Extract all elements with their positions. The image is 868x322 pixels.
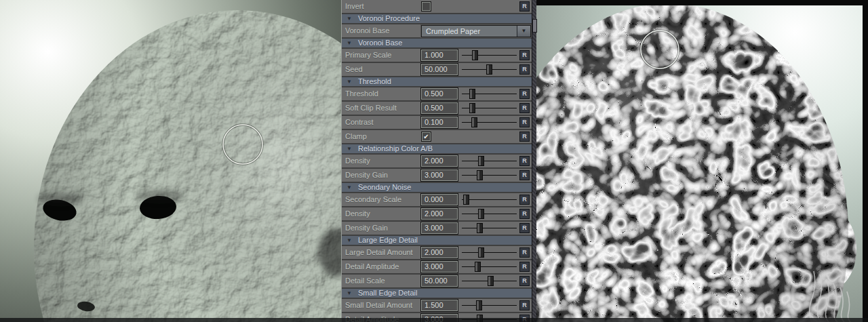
window-bottom-edge bbox=[0, 318, 868, 322]
slider-handle[interactable] bbox=[486, 64, 492, 75]
row-density-gain-b: Density Gain 3.000 R bbox=[342, 222, 532, 235]
reset-button[interactable]: R bbox=[519, 209, 530, 219]
value-field[interactable]: 1.000 bbox=[421, 49, 458, 61]
invert-checkbox[interactable] bbox=[422, 2, 431, 11]
section-small-edge-detail[interactable]: Small Edge Detail bbox=[342, 289, 532, 298]
param-label: Density bbox=[345, 155, 370, 167]
value-field[interactable]: 2.000 bbox=[421, 247, 458, 258]
value-field[interactable]: 50.000 bbox=[421, 275, 458, 287]
row-invert: Invert R bbox=[342, 0, 532, 13]
slider-track[interactable] bbox=[462, 103, 517, 113]
slider-handle[interactable] bbox=[463, 195, 469, 205]
param-label: Contrast bbox=[345, 116, 374, 129]
reset-button[interactable]: R bbox=[519, 103, 530, 113]
section-relationship-color-ab[interactable]: Relationship Color A/B bbox=[342, 144, 532, 153]
value-field[interactable]: 3.000 bbox=[421, 169, 458, 181]
section-collapse-icon bbox=[347, 14, 352, 23]
viewport-right-border bbox=[863, 0, 868, 322]
reset-button[interactable]: R bbox=[519, 132, 530, 142]
slider-track[interactable] bbox=[462, 117, 517, 127]
slider-track[interactable] bbox=[462, 64, 517, 75]
slider-track[interactable] bbox=[462, 209, 517, 219]
row-clamp: Clamp R bbox=[342, 130, 532, 143]
panel-scrollbar[interactable] bbox=[532, 0, 536, 322]
reset-button[interactable]: R bbox=[519, 247, 530, 258]
slider-handle[interactable] bbox=[472, 50, 478, 60]
value-field[interactable]: 0.500 bbox=[421, 88, 458, 100]
slider-handle[interactable] bbox=[488, 276, 494, 286]
slider-handle[interactable] bbox=[477, 223, 483, 233]
slider-handle[interactable] bbox=[469, 89, 475, 99]
slider-track[interactable] bbox=[462, 50, 517, 60]
texture-preview-viewport[interactable] bbox=[536, 0, 868, 322]
row-seed: Seed 50.000 R bbox=[342, 63, 532, 76]
slider-handle[interactable] bbox=[476, 300, 482, 310]
slider-handle[interactable] bbox=[469, 103, 475, 113]
app-window: Invert R Voronoi Procedure Voronoi Base … bbox=[0, 0, 868, 322]
value-field[interactable]: 3.000 bbox=[421, 261, 458, 273]
param-label: Clamp bbox=[345, 130, 367, 143]
param-label: Detail Amplitude bbox=[345, 260, 399, 273]
value-field[interactable]: 0.100 bbox=[421, 117, 458, 128]
row-small-detail-amount: Small Detail Amount 1.500 R bbox=[342, 299, 532, 312]
slider-handle[interactable] bbox=[477, 170, 483, 180]
section-voronoi-base[interactable]: Voronoi Base bbox=[342, 39, 532, 47]
reset-button[interactable]: R bbox=[519, 276, 530, 286]
section-title: Voronoi Procedure bbox=[358, 14, 420, 23]
scrollbar-thumb[interactable] bbox=[532, 19, 537, 33]
value-field[interactable]: 0.000 bbox=[421, 194, 458, 205]
value-field[interactable]: 50.000 bbox=[421, 64, 458, 75]
slider-track[interactable] bbox=[462, 276, 517, 286]
value-field[interactable]: 2.000 bbox=[421, 155, 458, 167]
slider-handle[interactable] bbox=[478, 209, 484, 219]
param-label: Detail Scale bbox=[345, 275, 385, 287]
slider-track[interactable] bbox=[462, 300, 517, 310]
reset-button[interactable]: R bbox=[519, 262, 530, 272]
reset-button[interactable]: R bbox=[519, 156, 530, 166]
reset-button[interactable]: R bbox=[519, 64, 530, 75]
section-threshold[interactable]: Threshold bbox=[342, 77, 532, 86]
slider-handle[interactable] bbox=[471, 117, 477, 127]
reset-button[interactable]: R bbox=[519, 300, 530, 310]
slider-track[interactable] bbox=[462, 262, 517, 272]
reset-button[interactable]: R bbox=[519, 223, 530, 233]
slider-track[interactable] bbox=[462, 156, 517, 166]
voronoi-base-dropdown[interactable]: Crumpled Paper bbox=[421, 25, 531, 37]
slider-track[interactable] bbox=[462, 170, 517, 180]
reset-button[interactable]: R bbox=[519, 170, 530, 180]
section-large-edge-detail[interactable]: Large Edge Detail bbox=[342, 236, 532, 245]
section-voronoi-procedure[interactable]: Voronoi Procedure bbox=[342, 14, 532, 23]
reset-button[interactable]: R bbox=[519, 117, 530, 127]
param-label: Soft Clip Result bbox=[345, 102, 397, 115]
param-label: Density bbox=[345, 207, 370, 220]
slider-track[interactable] bbox=[462, 247, 517, 258]
dropdown-arrow-icon[interactable] bbox=[517, 26, 530, 37]
slider-track[interactable] bbox=[462, 223, 517, 233]
slider-handle[interactable] bbox=[478, 156, 484, 166]
reset-button[interactable]: R bbox=[519, 195, 530, 205]
sculpt-viewport[interactable] bbox=[0, 0, 341, 322]
row-density-b: Density 2.000 R bbox=[342, 207, 532, 220]
slider-track[interactable] bbox=[462, 195, 517, 205]
param-label: Voronoi Base bbox=[345, 24, 389, 37]
section-seondary-noise[interactable]: Seondary Noise bbox=[342, 183, 532, 192]
slider-handle[interactable] bbox=[475, 262, 481, 272]
section-title: Relationship Color A/B bbox=[358, 144, 433, 153]
value-field[interactable]: 2.000 bbox=[421, 208, 458, 220]
reset-button[interactable]: R bbox=[519, 89, 530, 99]
value-field[interactable]: 1.500 bbox=[421, 300, 458, 311]
slider-track[interactable] bbox=[462, 89, 517, 99]
param-label: Threshold bbox=[345, 87, 378, 100]
attribute-panel: Invert R Voronoi Procedure Voronoi Base … bbox=[341, 0, 532, 322]
clamp-checkbox[interactable] bbox=[422, 132, 431, 141]
row-detail-scale: Detail Scale 50.000 R bbox=[342, 275, 532, 287]
reset-button[interactable]: R bbox=[519, 1, 530, 12]
value-field[interactable]: 3.000 bbox=[421, 222, 458, 234]
dropdown-value: Crumpled Paper bbox=[426, 26, 480, 37]
reset-button[interactable]: R bbox=[519, 50, 530, 60]
row-voronoi-base: Voronoi Base Crumpled Paper bbox=[342, 24, 532, 37]
param-label: Small Detail Amount bbox=[345, 299, 412, 312]
row-density-a: Density 2.000 R bbox=[342, 155, 532, 167]
value-field[interactable]: 0.500 bbox=[421, 102, 458, 114]
slider-handle[interactable] bbox=[478, 247, 484, 258]
